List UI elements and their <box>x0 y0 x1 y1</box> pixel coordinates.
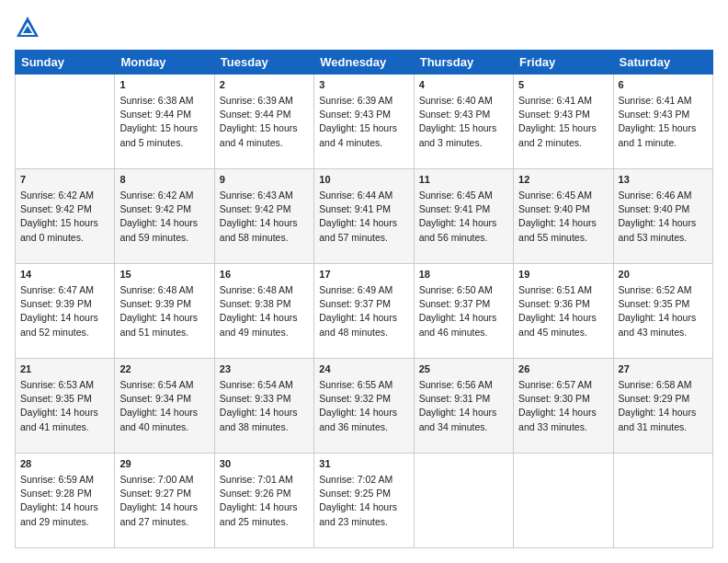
calendar-cell: 21Sunrise: 6:53 AMSunset: 9:35 PMDayligh… <box>16 359 115 454</box>
calendar-cell <box>514 454 613 548</box>
sunrise-text: Sunrise: 6:46 AM <box>619 190 692 201</box>
calendar-cell: 30Sunrise: 7:01 AMSunset: 9:26 PMDayligh… <box>214 454 313 548</box>
daylight-text: Daylight: 15 hours and 4 minutes. <box>319 122 397 147</box>
calendar-cell: 26Sunrise: 6:57 AMSunset: 9:30 PMDayligh… <box>514 359 613 454</box>
sunset-text: Sunset: 9:34 PM <box>119 393 191 404</box>
daylight-text: Daylight: 14 hours and 51 minutes. <box>119 312 198 337</box>
day-number: 15 <box>119 268 209 282</box>
daylight-text: Daylight: 14 hours and 58 minutes. <box>220 217 298 242</box>
calendar-table: SundayMondayTuesdayWednesdayThursdayFrid… <box>15 50 713 548</box>
calendar-cell: 23Sunrise: 6:54 AMSunset: 9:33 PMDayligh… <box>214 359 313 454</box>
day-number: 10 <box>319 173 408 188</box>
day-number: 30 <box>220 457 309 472</box>
sunrise-text: Sunrise: 6:52 AM <box>619 284 692 295</box>
calendar-cell: 25Sunrise: 6:56 AMSunset: 9:31 PMDayligh… <box>414 359 513 454</box>
day-number: 25 <box>419 362 508 377</box>
sunrise-text: Sunrise: 6:54 AM <box>220 379 293 390</box>
sunrise-text: Sunrise: 6:48 AM <box>220 284 293 295</box>
daylight-text: Daylight: 14 hours and 56 minutes. <box>419 217 497 242</box>
sunset-text: Sunset: 9:35 PM <box>20 393 92 404</box>
calendar-cell: 22Sunrise: 6:54 AMSunset: 9:34 PMDayligh… <box>115 359 214 454</box>
sunset-text: Sunset: 9:43 PM <box>518 109 590 120</box>
sunrise-text: Sunrise: 6:45 AM <box>518 190 592 201</box>
sunset-text: Sunset: 9:28 PM <box>20 488 92 499</box>
sunset-text: Sunset: 9:43 PM <box>319 109 391 120</box>
daylight-text: Daylight: 14 hours and 34 minutes. <box>419 407 497 431</box>
daylight-text: Daylight: 15 hours and 1 minute. <box>619 122 697 147</box>
sunset-text: Sunset: 9:42 PM <box>220 203 291 214</box>
sunrise-text: Sunrise: 6:38 AM <box>119 95 193 106</box>
daylight-text: Daylight: 14 hours and 40 minutes. <box>119 407 198 431</box>
daylight-text: Daylight: 14 hours and 59 minutes. <box>119 217 198 242</box>
week-row-1: 1Sunrise: 6:38 AMSunset: 9:44 PMDaylight… <box>16 75 713 169</box>
sunset-text: Sunset: 9:29 PM <box>619 393 690 404</box>
calendar-cell: 16Sunrise: 6:48 AMSunset: 9:38 PMDayligh… <box>214 264 313 359</box>
sunset-text: Sunset: 9:43 PM <box>419 109 491 120</box>
sunrise-text: Sunrise: 6:45 AM <box>419 190 493 201</box>
calendar-cell: 31Sunrise: 7:02 AMSunset: 9:25 PMDayligh… <box>314 454 414 548</box>
calendar-cell <box>16 75 115 169</box>
sunset-text: Sunset: 9:41 PM <box>319 203 391 214</box>
day-number: 17 <box>319 268 408 282</box>
day-number: 7 <box>20 173 109 188</box>
daylight-text: Daylight: 14 hours and 23 minutes. <box>319 501 397 526</box>
daylight-text: Daylight: 14 hours and 48 minutes. <box>319 312 397 337</box>
day-number: 31 <box>319 457 408 472</box>
daylight-text: Daylight: 14 hours and 41 minutes. <box>20 407 98 431</box>
day-number: 6 <box>619 78 708 93</box>
sunrise-text: Sunrise: 6:55 AM <box>319 379 392 390</box>
daylight-text: Daylight: 14 hours and 52 minutes. <box>20 312 98 337</box>
sunrise-text: Sunrise: 6:58 AM <box>619 379 692 390</box>
day-number: 12 <box>518 173 608 188</box>
day-number: 2 <box>220 78 309 93</box>
daylight-text: Daylight: 14 hours and 53 minutes. <box>619 217 697 242</box>
week-row-2: 7Sunrise: 6:42 AMSunset: 9:42 PMDaylight… <box>16 169 713 264</box>
day-number: 3 <box>319 78 408 93</box>
daylight-text: Daylight: 14 hours and 25 minutes. <box>220 501 298 526</box>
calendar-cell: 11Sunrise: 6:45 AMSunset: 9:41 PMDayligh… <box>414 169 513 264</box>
sunset-text: Sunset: 9:40 PM <box>518 203 590 214</box>
calendar-cell: 7Sunrise: 6:42 AMSunset: 9:42 PMDaylight… <box>16 169 115 264</box>
day-number: 13 <box>619 173 708 188</box>
calendar-cell: 4Sunrise: 6:40 AMSunset: 9:43 PMDaylight… <box>414 75 513 169</box>
daylight-text: Daylight: 14 hours and 31 minutes. <box>619 407 697 431</box>
daylight-text: Daylight: 14 hours and 38 minutes. <box>220 407 298 431</box>
sunrise-text: Sunrise: 6:50 AM <box>419 284 493 295</box>
day-number: 28 <box>20 457 109 472</box>
sunset-text: Sunset: 9:32 PM <box>319 393 391 404</box>
sunrise-text: Sunrise: 6:42 AM <box>119 190 193 201</box>
sunrise-text: Sunrise: 6:40 AM <box>419 95 493 106</box>
weekday-header-sunday: Sunday <box>16 51 115 75</box>
weekday-header-saturday: Saturday <box>613 51 712 75</box>
calendar-cell: 6Sunrise: 6:41 AMSunset: 9:43 PMDaylight… <box>613 75 712 169</box>
week-row-4: 21Sunrise: 6:53 AMSunset: 9:35 PMDayligh… <box>16 359 713 454</box>
sunset-text: Sunset: 9:26 PM <box>220 488 291 499</box>
daylight-text: Daylight: 15 hours and 5 minutes. <box>119 122 198 147</box>
sunset-text: Sunset: 9:40 PM <box>619 203 690 214</box>
day-number: 11 <box>419 173 508 188</box>
sunrise-text: Sunrise: 6:41 AM <box>619 95 692 106</box>
day-number: 29 <box>119 457 209 472</box>
calendar-cell: 24Sunrise: 6:55 AMSunset: 9:32 PMDayligh… <box>314 359 414 454</box>
logo <box>15 15 42 40</box>
daylight-text: Daylight: 15 hours and 2 minutes. <box>518 122 597 147</box>
day-number: 23 <box>220 362 309 377</box>
daylight-text: Daylight: 14 hours and 46 minutes. <box>419 312 497 337</box>
sunset-text: Sunset: 9:39 PM <box>119 298 191 309</box>
page: SundayMondayTuesdayWednesdayThursdayFrid… <box>0 0 728 563</box>
sunrise-text: Sunrise: 6:57 AM <box>518 379 592 390</box>
sunrise-text: Sunrise: 7:01 AM <box>220 474 293 485</box>
sunset-text: Sunset: 9:37 PM <box>419 298 491 309</box>
calendar-cell: 15Sunrise: 6:48 AMSunset: 9:39 PMDayligh… <box>115 264 214 359</box>
week-row-3: 14Sunrise: 6:47 AMSunset: 9:39 PMDayligh… <box>16 264 713 359</box>
daylight-text: Daylight: 14 hours and 27 minutes. <box>119 501 198 526</box>
weekday-header-row: SundayMondayTuesdayWednesdayThursdayFrid… <box>16 51 713 75</box>
weekday-header-friday: Friday <box>514 51 613 75</box>
day-number: 1 <box>119 78 209 93</box>
day-number: 27 <box>619 362 708 377</box>
sunrise-text: Sunrise: 7:00 AM <box>119 474 193 485</box>
sunrise-text: Sunrise: 6:39 AM <box>220 95 293 106</box>
sunrise-text: Sunrise: 6:54 AM <box>119 379 193 390</box>
calendar-cell: 8Sunrise: 6:42 AMSunset: 9:42 PMDaylight… <box>115 169 214 264</box>
day-number: 24 <box>319 362 408 377</box>
